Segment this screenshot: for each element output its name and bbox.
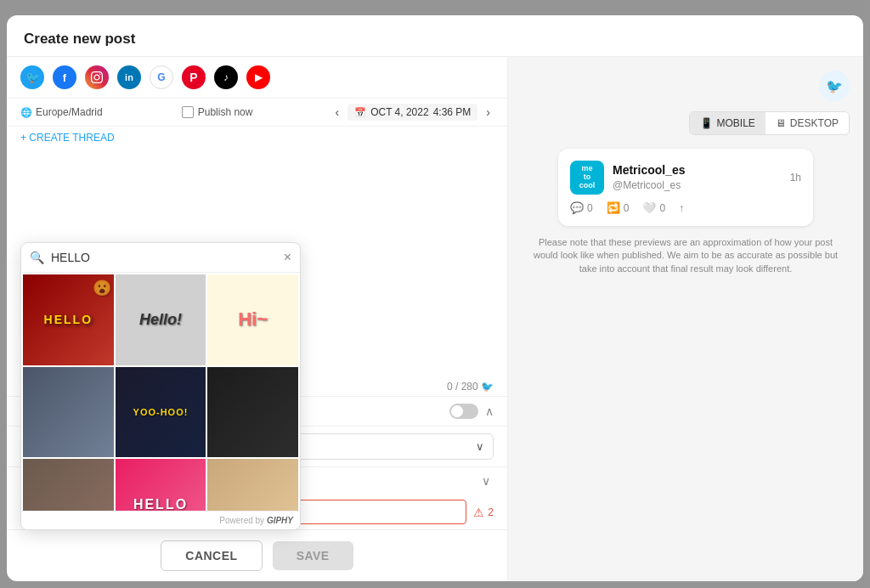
giphy-logo: GIPHY [267,516,293,525]
left-panel: 🐦 f in G P ♪ ▶ 🌐 Europe/Madrid [7,57,508,581]
expand-button[interactable]: ∨ [478,471,494,491]
gif-search-bar: 🔍 × [21,243,300,273]
retweet-icon: 🔁 [607,201,620,214]
publish-now-label: Publish now [198,106,253,118]
linkedin-icon[interactable]: in [117,65,141,89]
twitter-preview-card: metocool Metricool_es @Metricool_es 1h 💬… [558,149,813,226]
comment-icon: 💬 [570,201,584,214]
like-count: 0 [659,202,665,214]
warning-icon: ⚠ [473,506,484,519]
gif-grid: HELLO 😮 Hello! Hi~ YOO-H [21,273,300,511]
gif-item[interactable] [23,459,114,511]
gif-item[interactable]: Hi~ [207,274,298,365]
powered-by-label: Powered by [219,516,264,525]
timezone-label: Europe/Madrid [36,106,103,118]
date-label: OCT 4, 2022 [370,106,428,118]
retweet-count: 0 [624,202,630,214]
comment-action: 💬 0 [570,201,593,214]
modal-body: 🐦 f in G P ♪ ▶ 🌐 Europe/Madrid [7,57,863,581]
draft-controls: ∧ [449,404,494,419]
mobile-icon: 📱 [700,117,713,129]
preview-note: Please note that these previews are an a… [522,236,850,275]
modal-footer: CANCEL SAVE [7,529,507,581]
social-icons-row: 🐦 f in G P ♪ ▶ [7,57,507,99]
create-post-modal: Create new post 🐦 f in G P ♪ ▶ 🌐 [7,15,863,581]
create-thread-button[interactable]: + CREATE THREAD [20,132,115,144]
gif-item[interactable]: HELLO [116,459,206,511]
error-count: 2 [488,506,494,518]
share-icon: ↑ [679,201,685,214]
modal-title: Create new post [24,31,135,48]
gif-item[interactable] [207,459,298,511]
facebook-icon[interactable]: f [53,65,76,89]
desktop-label: DESKTOP [790,117,839,129]
publish-now-checkbox[interactable] [182,106,194,118]
preview-header: 🐦 [522,71,850,101]
device-toggle: 📱 MOBILE 🖥 DESKTOP [689,111,850,135]
globe-icon: 🌐 [20,107,32,118]
date-nav: ‹ 📅 OCT 4, 2022 4:36 PM › [331,104,494,121]
save-button[interactable]: SAVE [273,541,353,570]
preview-twitter-icon: 🐦 [819,71,850,101]
publish-now-group: Publish now [182,106,253,118]
gif-search-icon: 🔍 [30,251,44,264]
thread-section: + CREATE THREAD [7,127,507,149]
gif-panel: 🔍 × HELLO 😮 Hello! [20,242,301,530]
twitter-actions: 💬 0 🔁 0 🤍 0 ↑ [570,201,801,214]
gif-item[interactable]: HELLO 😮 [23,274,114,365]
instagram-icon[interactable] [85,65,109,89]
pinterest-icon[interactable]: P [182,65,206,89]
gif-item[interactable]: YOO-HOO! [116,367,206,458]
gif-search-input[interactable] [51,251,277,264]
display-name: Metricool_es [613,163,782,177]
gif-item[interactable]: Hello! [116,274,206,365]
avatar: metocool [570,161,604,195]
error-badge: ⚠ 2 [473,506,494,519]
twitter-icon[interactable]: 🐦 [20,65,44,89]
modal-header: Create new post [7,15,863,57]
date-display[interactable]: 📅 OCT 4, 2022 4:36 PM [347,104,477,121]
like-action: 🤍 0 [642,201,665,214]
post-time: 1h [790,172,801,184]
cancel-button[interactable]: CANCEL [161,540,262,571]
giphy-footer: Powered by GIPHY [21,511,300,529]
calendar-icon: 📅 [354,107,366,118]
gif-item[interactable] [23,367,114,458]
gif-item[interactable] [207,367,298,458]
twitter-counter-icon: 🐦 [481,381,494,393]
schedule-bar: 🌐 Europe/Madrid Publish now ‹ 📅 OCT 4, 2… [7,99,507,127]
youtube-icon[interactable]: ▶ [246,65,270,89]
right-panel: 🐦 📱 MOBILE 🖥 DESKTOP metocool [508,57,863,581]
next-date-button[interactable]: › [483,104,494,121]
char-count-text: 0 / 280 [447,381,478,393]
desktop-icon: 🖥 [776,117,786,129]
desktop-device-button[interactable]: 🖥 DESKTOP [765,112,849,134]
twitter-card-header: metocool Metricool_es @Metricool_es 1h [570,161,801,195]
like-icon: 🤍 [642,201,656,214]
twitter-user-info: Metricool_es @Metricool_es [613,163,782,192]
gif-close-button[interactable]: × [284,250,291,265]
mobile-label: MOBILE [717,117,755,129]
prev-date-button[interactable]: ‹ [331,104,342,121]
twitter-handle: @Metricool_es [613,179,681,191]
google-icon[interactable]: G [150,65,173,89]
schedule-left: 🌐 Europe/Madrid [20,106,103,118]
tiktok-icon[interactable]: ♪ [214,65,238,89]
time-label: 4:36 PM [433,106,472,118]
share-action: ↑ [679,201,685,214]
comment-count: 0 [587,202,593,214]
collapse-icon[interactable]: ∧ [485,404,494,418]
mobile-device-button[interactable]: 📱 MOBILE [690,112,765,134]
smartlinks-chevron-icon: ∨ [476,440,484,453]
retweet-action: 🔁 0 [607,201,630,214]
draft-toggle[interactable] [449,404,478,419]
